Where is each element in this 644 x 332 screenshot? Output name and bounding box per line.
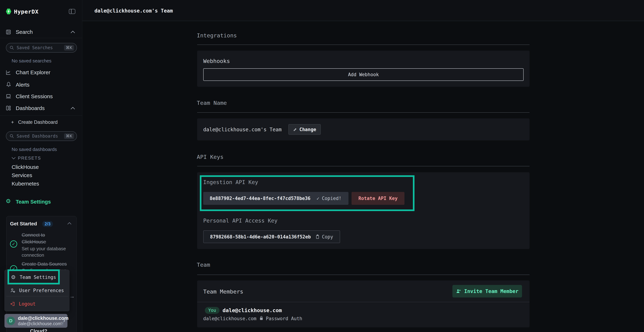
dashboards-chevron-up-icon[interactable]	[70, 106, 75, 110]
card-divider	[197, 302, 530, 302]
webhooks-title: Webhooks	[203, 58, 230, 64]
team-members-title: Team Members	[203, 288, 243, 295]
saved-searches-input-wrap: ⌘K	[6, 43, 77, 52]
invite-team-member-button[interactable]: Invite Team Member	[452, 285, 522, 298]
dashboards-icon	[6, 105, 11, 111]
step-complete-check-icon: ✓	[10, 240, 17, 248]
user-gear-icon	[10, 288, 16, 293]
get-started-step-1-title[interactable]: Connect to ClickHouse	[22, 232, 59, 245]
menu-user-preferences-label: User Preferences	[19, 288, 64, 293]
alerts-bell-icon	[6, 82, 11, 87]
annotation-team-settings-highlight	[8, 270, 60, 284]
personal-api-key-label: Personal API Access Key	[203, 218, 278, 224]
no-saved-searches-text: No saved searches	[12, 58, 52, 64]
clipped-cloud-link[interactable]: Cloud?	[30, 328, 47, 332]
chart-explorer-icon	[6, 70, 11, 75]
get-started-step-2-title[interactable]: Create Data Sources	[22, 261, 77, 268]
user-team-name: dale@clickhouse.com's	[18, 321, 63, 326]
section-divider	[197, 274, 530, 275]
lock-icon	[260, 316, 263, 320]
webhooks-card: Webhooks Add Webhook	[197, 50, 530, 87]
get-started-chevron-up-icon[interactable]	[67, 222, 72, 225]
check-glyph: ✓	[12, 242, 16, 246]
change-team-name-button[interactable]: Change	[288, 124, 321, 135]
user-account-chip[interactable]: D dale@clickhouse.com dale@clickhouse.co…	[4, 314, 68, 328]
preset-clickhouse[interactable]: ClickHouse	[12, 164, 39, 170]
sidebar-item-chart-explorer[interactable]: Chart Explorer	[16, 70, 50, 76]
user-email: dale@clickhouse.com	[18, 316, 63, 321]
section-divider	[197, 166, 530, 166]
page-title: dale@clickhouse.com's Team	[94, 8, 173, 14]
preset-kubernetes[interactable]: Kubernetes	[12, 181, 39, 187]
shortcut-badge: ⌘K	[64, 45, 74, 50]
invite-label: Invite Team Member	[464, 288, 518, 294]
search-section-icon	[6, 29, 11, 35]
page-header: dale@clickhouse.com's Team	[82, 0, 644, 21]
member-auth-method: Password Auth	[266, 316, 302, 321]
plus-icon: +	[11, 120, 14, 125]
chevron-right-icon: ›	[63, 317, 65, 324]
create-dashboard-label: Create Dashboard	[18, 120, 58, 125]
integrations-section-title: Integrations	[197, 32, 237, 39]
arrow-right-icon[interactable]: →	[70, 293, 75, 299]
search-chevron-up-icon[interactable]	[70, 30, 75, 34]
get-started-step-1-subtitle: Set up your database connection	[22, 246, 72, 258]
menu-item-user-preferences[interactable]: User Preferences	[8, 286, 67, 295]
shortcut-badge: ⌘K	[64, 133, 74, 139]
create-dashboard-button[interactable]: + Create Dashboard	[11, 120, 58, 125]
presets-chevron-down-icon[interactable]	[12, 157, 16, 160]
pencil-icon	[293, 127, 297, 132]
logout-icon	[10, 302, 15, 306]
no-saved-dashboards-text: No saved dashboards	[12, 147, 57, 152]
member-email: dale@clickhouse.com	[203, 316, 256, 321]
client-sessions-laptop-icon	[6, 94, 11, 99]
sidebar-item-team-settings[interactable]: Team Settings	[16, 199, 51, 205]
hyperdx-logo-icon	[6, 8, 11, 14]
menu-logout-label: Logout	[19, 301, 36, 306]
sidebar-item-dashboards[interactable]: Dashboards	[16, 105, 45, 111]
team-section-title: Team	[197, 262, 210, 268]
magnifier-icon	[10, 134, 14, 138]
sidebar-section-search[interactable]: Search	[16, 29, 33, 35]
team-name-value: dale@clickhouse.com's Team	[203, 127, 282, 132]
team-members-card: Team Members Invite Team Member You dale…	[197, 280, 530, 327]
person-plus-icon	[456, 288, 461, 294]
presets-header[interactable]: PRESETS	[18, 156, 41, 161]
menu-item-logout[interactable]: Logout	[8, 300, 67, 308]
you-badge: You	[205, 307, 220, 314]
app-title: HyperDX	[14, 8, 39, 15]
avatar: D	[6, 316, 15, 325]
section-divider	[197, 44, 530, 45]
personal-key-value: 87982668-58b1-4d6e-a620-014a136f52eb	[210, 234, 311, 240]
preset-services[interactable]: Services	[12, 172, 32, 178]
section-divider	[197, 112, 530, 113]
progress-badge: 2/3	[42, 221, 53, 227]
team-name-card: dale@clickhouse.com's Team Change	[197, 118, 530, 140]
gear-icon: ⚙	[6, 198, 11, 204]
sidebar-item-client-sessions[interactable]: Client Sessions	[16, 94, 53, 100]
saved-searches-input[interactable]	[16, 45, 64, 50]
saved-dashboards-input[interactable]	[16, 134, 64, 139]
sidebar-item-alerts[interactable]: Alerts	[16, 82, 30, 88]
personal-key-box[interactable]: 87982668-58b1-4d6e-a620-014a136f52eb Cop…	[203, 230, 340, 243]
add-webhook-button[interactable]: Add Webhook	[203, 68, 524, 81]
magnifier-icon	[10, 46, 14, 50]
menu-divider	[6, 296, 68, 296]
sidebar-collapse-icon[interactable]	[69, 9, 75, 14]
team-name-section-title: Team Name	[197, 100, 227, 106]
get-started-title: Get Started	[10, 221, 37, 227]
change-label: Change	[300, 127, 316, 132]
api-keys-section-title: API Keys	[197, 154, 224, 160]
app-root: HyperDX Search ⌘K No saved searches Char…	[0, 0, 644, 332]
clipboard-icon	[315, 234, 320, 239]
annotation-ingestion-key-highlight	[200, 175, 414, 211]
member-name: dale@clickhouse.com	[222, 307, 282, 314]
saved-dashboards-input-wrap: ⌘K	[6, 131, 77, 141]
sidebar: HyperDX Search ⌘K No saved searches Char…	[0, 0, 82, 332]
copy-label: Copy	[322, 234, 333, 240]
